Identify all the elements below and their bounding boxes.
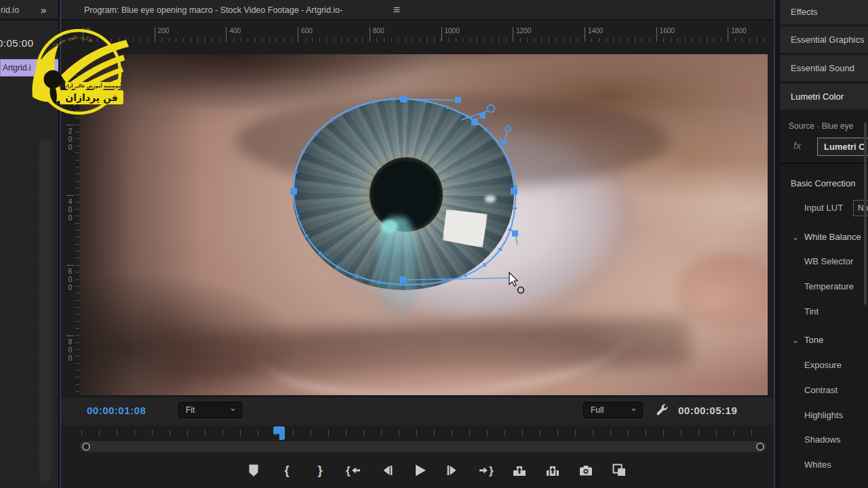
mask-handles xyxy=(290,96,518,283)
lumetri-row-tint: Tint xyxy=(780,300,868,325)
lumetri-effect-chip[interactable]: Lumetri C xyxy=(817,138,868,156)
program-monitor-title: Program: Blue eye opening macro - Stock … xyxy=(84,5,342,15)
logo-keyhole xyxy=(44,70,62,89)
lumetri-parameter-list: Basic CorrectionInput LUTNone⌄White Bala… xyxy=(780,171,868,478)
panel-tabs: EffectsEssential GraphicsEssential Sound… xyxy=(780,0,868,110)
h-ruler-label: 1600 xyxy=(656,27,675,41)
mouse-cursor xyxy=(509,272,524,293)
panel-menu-icon[interactable]: ≡ xyxy=(393,3,400,17)
video-frame[interactable] xyxy=(79,54,768,395)
panel-gap xyxy=(775,0,780,488)
panel-tab-effects[interactable]: Effects xyxy=(780,0,868,24)
h-ruler-label: 800 xyxy=(370,27,384,41)
lumetri-row-temperature: Temperature xyxy=(780,274,868,300)
parameter-label: Shadows xyxy=(780,434,840,445)
h-ruler-label: 1400 xyxy=(585,27,603,41)
h-ruler-label: 1000 xyxy=(441,27,460,41)
v-ruler-label: 800 xyxy=(66,336,74,363)
logo-institute-text: موسسه آموزش عالی آزاد xyxy=(65,83,121,89)
lumetri-row-whites: Whites xyxy=(780,453,868,478)
monitor-control-bar: 00:00:01:08 Fit ⌄ Full ⌄ 00:00:05:19 xyxy=(61,396,775,425)
lumetri-row-highlights: Highlights xyxy=(780,403,868,428)
v-ruler-label: 600 xyxy=(66,265,74,292)
parameter-label: Highlights xyxy=(780,410,843,420)
current-timecode[interactable]: 00:00:01:08 xyxy=(87,405,146,416)
svg-text:}: } xyxy=(489,464,494,477)
transport-controls: { } { } xyxy=(245,462,627,479)
right-panel-scrollbar[interactable] xyxy=(864,122,867,305)
lumetri-row-exposure: Exposure xyxy=(780,353,868,378)
go-to-in-button[interactable]: { xyxy=(345,462,361,479)
h-ruler-label: 200 xyxy=(155,27,170,41)
settings-wrench-icon[interactable] xyxy=(653,402,669,418)
go-to-out-button[interactable]: } xyxy=(478,462,494,479)
timeline-scrollbar[interactable] xyxy=(39,139,52,481)
lumetri-row-wb-selector: WB Selector xyxy=(780,249,868,274)
parameter-label: Exposure xyxy=(780,360,842,370)
play-button[interactable] xyxy=(412,462,428,479)
parameter-label: WB Selector xyxy=(780,256,853,266)
chevron-down-icon: ⌄ xyxy=(630,401,637,415)
comparison-view-button[interactable] xyxy=(611,462,627,479)
step-forward-button[interactable] xyxy=(445,462,461,479)
h-ruler-label: 400 xyxy=(226,27,241,41)
parameter-label: Whites xyxy=(780,460,831,470)
mask-bezier-path xyxy=(294,99,515,285)
svg-text:{: { xyxy=(346,464,351,477)
lumetri-source-label: Source · Blue eye xyxy=(789,121,853,131)
parameter-label: Contrast xyxy=(780,385,837,395)
program-monitor-titlebar: Program: Blue eye opening macro - Stock … xyxy=(61,0,775,20)
lumetri-row-input-lut: Input LUTNone xyxy=(780,196,868,221)
h-ruler-label: 1800 xyxy=(728,27,746,41)
parameter-label: Tint xyxy=(780,306,818,317)
panel-tab-essential-graphics[interactable]: Essential Graphics xyxy=(780,26,868,53)
mark-out-button[interactable]: } xyxy=(312,462,328,479)
parameter-label: Tone xyxy=(780,335,823,345)
playback-resolution-select[interactable]: Full ⌄ xyxy=(583,402,643,418)
section-divider xyxy=(780,163,868,164)
sequence-duration: 00:00:05:19 xyxy=(678,405,737,416)
monitor-mini-timeline[interactable] xyxy=(80,427,766,441)
monitor-zoom-scrollbar[interactable] xyxy=(80,441,766,452)
scrollbar-right-knob[interactable] xyxy=(756,443,764,451)
lift-button[interactable] xyxy=(511,462,528,479)
chevron-down-icon[interactable]: ⌄ xyxy=(792,225,799,250)
h-ruler-label: 600 xyxy=(298,27,313,41)
parameter-label: Input LUT xyxy=(780,203,843,213)
lumetri-row-shadows: Shadows xyxy=(780,428,868,453)
step-back-button[interactable] xyxy=(378,462,395,479)
timeline-tab-label[interactable]: rid.io xyxy=(1,5,19,15)
playback-resolution-value: Full xyxy=(591,405,604,415)
h-ruler-label: 1200 xyxy=(513,27,531,41)
panel-expand-icon[interactable]: » xyxy=(41,4,45,16)
panel-tab-essential-sound[interactable]: Essential Sound xyxy=(780,55,868,81)
lumetri-section-basic-correction[interactable]: Basic Correction xyxy=(780,171,868,196)
export-frame-button[interactable] xyxy=(578,462,594,479)
chevron-down-icon: ⌄ xyxy=(229,401,237,415)
logo-brand-text: فن پردازان xyxy=(65,92,117,104)
panel-tab-lumetri-color[interactable]: Lumetri Color xyxy=(780,83,868,110)
premiere-pro-window: rid.io » 0:05:00 Artgrid.i Program: Blue… xyxy=(0,0,868,488)
right-panel-stack: EffectsEssential GraphicsEssential Sound… xyxy=(780,0,868,488)
parameter-label: Temperature xyxy=(780,281,854,291)
v-ruler-label: 400 xyxy=(66,195,74,222)
watermark-logo: وزارت علوم، تحقیقات و فناوری موسسه آموزش… xyxy=(20,17,133,129)
mask-path-overlay[interactable] xyxy=(79,54,768,395)
add-marker-button[interactable] xyxy=(245,462,262,479)
extract-button[interactable] xyxy=(545,462,561,479)
chevron-down-icon[interactable]: ⌄ xyxy=(792,328,799,353)
scrollbar-left-knob[interactable] xyxy=(82,443,90,451)
fx-icon: fx xyxy=(793,140,801,151)
program-monitor-panel: Program: Blue eye opening macro - Stock … xyxy=(61,0,775,488)
zoom-level-select[interactable]: Fit ⌄ xyxy=(178,402,242,418)
lumetri-row-tone: ⌄Tone xyxy=(780,328,868,353)
horizontal-ruler: 020040060080010001200140016001800 xyxy=(76,24,769,42)
lumetri-row-contrast: Contrast xyxy=(780,378,868,403)
zoom-level-value: Fit xyxy=(186,405,195,415)
mask-handle-circles xyxy=(488,105,511,132)
lumetri-row-white-balance: ⌄White Balance xyxy=(780,225,868,250)
mark-in-button[interactable]: { xyxy=(279,462,295,479)
